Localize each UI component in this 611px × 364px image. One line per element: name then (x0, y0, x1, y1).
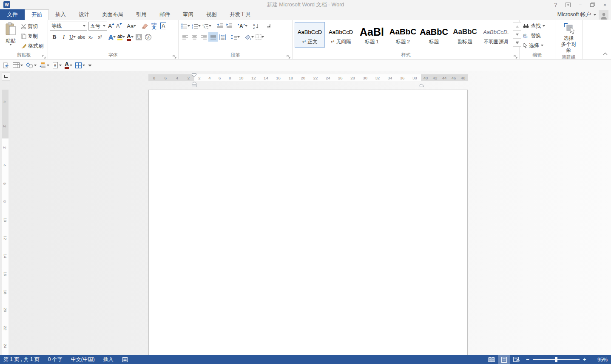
font-dialog-launcher-icon[interactable] (172, 53, 177, 58)
style-no-spacing[interactable]: AaBbCcD ↵ 无间隔 (326, 22, 356, 48)
qat-overflow-button[interactable] (87, 60, 93, 71)
tab-stop-selector[interactable] (2, 72, 10, 81)
align-right-button[interactable] (199, 32, 208, 42)
vertical-ruler[interactable]: 42 24681012141618202224 (2, 90, 9, 355)
help-button[interactable]: ? (549, 0, 562, 9)
ribbon-display-options-button[interactable] (562, 0, 574, 9)
word-app-icon[interactable]: W (3, 1, 10, 8)
language-status[interactable]: 中文(中国) (67, 355, 99, 364)
character-shading-button[interactable]: A (134, 32, 144, 42)
tab-home[interactable]: 开始 (25, 9, 49, 20)
style-subtitle[interactable]: AaBbC 副标题 (450, 22, 480, 48)
justify-button[interactable] (208, 32, 218, 42)
tab-developer[interactable]: 开发工具 (223, 9, 257, 20)
zoom-slider[interactable]: − + (526, 355, 586, 364)
word-count-status[interactable]: 0 个字 (44, 355, 67, 364)
grow-font-button[interactable]: A (107, 21, 115, 31)
show-hide-marks-button[interactable] (264, 21, 273, 31)
multilevel-list-button[interactable]: 1ai (202, 21, 212, 31)
print-layout-button[interactable] (498, 355, 510, 364)
cut-button[interactable]: 剪切 (20, 22, 45, 31)
subscript-button[interactable]: x₂ (86, 32, 95, 42)
shading-button[interactable] (244, 32, 255, 42)
phonetic-guide-button[interactable]: wén文 (149, 21, 159, 31)
zoom-out-button[interactable]: − (526, 355, 529, 364)
right-indent-marker[interactable] (419, 81, 423, 89)
zoom-in-button[interactable]: + (583, 355, 586, 364)
shapes-button[interactable] (25, 60, 38, 71)
hanging-indent-marker[interactable] (192, 81, 196, 89)
zoom-level[interactable]: 95% (590, 357, 608, 363)
style-heading-2[interactable]: AaBbC 标题 2 (388, 22, 418, 48)
highlight-color-button[interactable]: ab (117, 32, 126, 42)
clear-formatting-button[interactable] (140, 21, 149, 31)
macro-record-button[interactable] (118, 355, 132, 364)
align-left-button[interactable] (180, 32, 190, 42)
page-number-status[interactable]: 第 1 页 , 共 1 页 (0, 355, 44, 364)
style-normal[interactable]: AaBbCcD ↵ 正文 (295, 22, 325, 48)
select-button[interactable]: 选择 (521, 41, 553, 50)
font-name-combobox[interactable]: 等线 (50, 22, 87, 31)
bold-button[interactable]: B (50, 32, 59, 42)
style-subtle-emphasis[interactable]: AaBbCcD. 不明显强调 (481, 22, 511, 48)
text-effects-button[interactable]: A (108, 32, 117, 42)
styles-dialog-launcher-icon[interactable] (513, 53, 518, 58)
style-title[interactable]: AaBbC 标题 (419, 22, 449, 48)
paragraph-dialog-launcher-icon[interactable] (286, 53, 291, 58)
italic-button[interactable]: I (59, 32, 68, 42)
paste-button[interactable]: 粘贴 (2, 21, 20, 51)
distribute-button[interactable] (218, 32, 227, 42)
superscript-button[interactable]: x² (95, 32, 105, 42)
character-border-button[interactable]: A (159, 21, 168, 31)
page-number-button[interactable]: # (51, 60, 63, 71)
tab-view[interactable]: 视图 (200, 9, 223, 20)
restore-button[interactable] (586, 0, 599, 9)
tab-design[interactable]: 设计 (72, 9, 96, 20)
shrink-font-button[interactable]: A (115, 21, 123, 31)
avatar[interactable] (599, 10, 608, 20)
enclose-characters-button[interactable]: 字 (144, 32, 153, 42)
font-size-combobox[interactable]: 五号 (88, 22, 107, 31)
replace-button[interactable]: abac 替换 (521, 31, 553, 40)
decrease-indent-button[interactable] (215, 21, 225, 31)
change-case-button[interactable]: Aa (126, 21, 137, 31)
zoom-slider-track[interactable] (533, 359, 580, 360)
tab-insert[interactable]: 插入 (49, 9, 72, 20)
clipboard-dialog-launcher-icon[interactable] (42, 53, 46, 58)
strikethrough-button[interactable]: abc (77, 32, 86, 42)
account-area[interactable]: Microsoft 帐户 (557, 9, 608, 20)
first-line-indent-marker[interactable] (192, 71, 196, 79)
font-color-button[interactable]: A (126, 32, 134, 42)
underline-button[interactable]: U (68, 32, 77, 42)
copy-button[interactable]: 复制 (20, 31, 45, 41)
select-multiple-objects-button[interactable]: 选择多个对象 (557, 21, 580, 54)
tab-page-layout[interactable]: 页面布局 (96, 9, 130, 20)
table-borders-button[interactable] (74, 60, 86, 71)
insert-object-button[interactable] (2, 60, 11, 71)
bullets-button[interactable] (180, 21, 191, 31)
borders-button[interactable] (255, 32, 265, 42)
numbering-button[interactable]: 123 (191, 21, 202, 31)
asian-layout-button[interactable]: A (237, 21, 248, 31)
format-painter-button[interactable]: 格式刷 (20, 41, 45, 51)
tab-review[interactable]: 审阅 (176, 9, 200, 20)
close-button[interactable]: × (599, 0, 611, 9)
increase-indent-button[interactable] (225, 21, 234, 31)
zoom-slider-thumb[interactable] (555, 357, 557, 362)
tab-mailings[interactable]: 邮件 (153, 9, 176, 20)
document-page[interactable] (148, 90, 468, 355)
qat-font-color-button[interactable]: A (63, 60, 74, 71)
style-heading-1[interactable]: AaBl 标题 1 (357, 22, 387, 48)
insert-mode-status[interactable]: 插入 (99, 355, 118, 364)
tab-file[interactable]: 文件 (0, 9, 25, 20)
find-button[interactable]: 查找 (521, 21, 553, 31)
table-button[interactable] (11, 60, 24, 71)
line-spacing-button[interactable] (230, 32, 241, 42)
tab-references[interactable]: 引用 (130, 9, 153, 20)
align-center-button[interactable] (190, 32, 199, 42)
minimize-button[interactable]: − (574, 0, 586, 9)
read-mode-button[interactable] (486, 355, 498, 364)
paragraph-settings-button[interactable] (38, 60, 51, 71)
web-layout-button[interactable] (510, 355, 523, 364)
sort-button[interactable]: AZ (251, 21, 261, 31)
